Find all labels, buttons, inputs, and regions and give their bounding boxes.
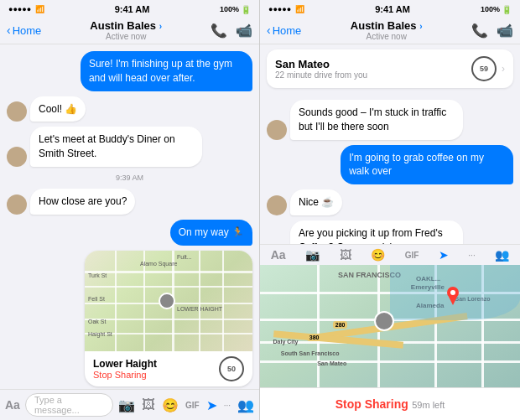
- chevron-left-icon-right: ‹: [267, 23, 271, 37]
- bubble-sent-right: I'm going to grab coffee on my walk over: [341, 145, 513, 185]
- active-status-left: Active now: [41, 32, 211, 41]
- toolbar-left: 📷 🖼 😊 GIF ➤ ··· 👥: [118, 397, 254, 413]
- time-right: 9:41 AM: [375, 4, 410, 14]
- avatar-right: [267, 120, 287, 140]
- time-left-value: 59m left: [412, 400, 445, 410]
- timestamp: 9:39 AM: [7, 174, 252, 182]
- battery-left: 100% 🔋: [220, 5, 251, 14]
- gif-icon-right[interactable]: GIF: [405, 251, 419, 260]
- message-row: I'm going to grab coffee on my walk over: [267, 145, 513, 185]
- bubble-received-right-2: Nice ☕: [290, 189, 342, 215]
- map-preview: Turk St Alamo Square LOWER HAIGHT Fell S…: [85, 251, 252, 351]
- svg-point-2: [450, 290, 455, 295]
- alamo-label: Alamo Square: [140, 261, 177, 267]
- message-row: Sounds good – I'm stuck in traffic but I…: [267, 100, 513, 140]
- aa-button-left[interactable]: Aa: [5, 398, 20, 412]
- status-bar-right: ●●●●● 📶 9:41 AM 100% 🔋: [260, 0, 520, 17]
- battery-right: 100% 🔋: [481, 5, 512, 14]
- stop-sharing-button[interactable]: Stop Sharing: [93, 370, 157, 380]
- fell-label: Fell St: [88, 296, 105, 302]
- camera-icon-left[interactable]: 📷: [118, 397, 135, 413]
- lower-h-label: LOWER HAIGHT: [177, 306, 222, 312]
- destination-pin: [447, 287, 459, 309]
- messages-area-left: Sure! I'm finishing up at the gym and wi…: [0, 44, 259, 389]
- avatar-right-2: [267, 195, 287, 215]
- emoji-icon-right[interactable]: 😊: [371, 248, 385, 262]
- nav-actions-right: 📞 📹: [471, 23, 513, 39]
- san-mateo2-label: San Mateo: [317, 360, 346, 366]
- large-map[interactable]: SAN FRANCISCO OAKL... Emeryville Alameda…: [260, 265, 520, 387]
- location-pin: [159, 293, 175, 309]
- map-message-row: Turk St Alamo Square LOWER HAIGHT Fell S…: [7, 251, 252, 386]
- bubble-received-right: Sounds good – I'm stuck in traffic but I…: [290, 100, 463, 140]
- phone-icon-left[interactable]: 📞: [211, 23, 227, 39]
- message-row: How close are you?: [7, 189, 252, 215]
- message-row: Nice ☕: [267, 189, 513, 215]
- chevron-left-icon: ‹: [7, 23, 11, 37]
- signal-dots-right: ●●●●● 📶: [268, 5, 304, 13]
- bubble-sent: Sure! I'm finishing up at the gym and wi…: [81, 51, 252, 91]
- stop-sharing-button-right[interactable]: Stop Sharing: [335, 397, 408, 411]
- chevron-right-icon-right: ›: [419, 22, 422, 31]
- nav-bar-right: ‹ Home Austin Bales › Active now 📞 📹: [260, 17, 520, 44]
- left-phone: ●●●●● 📶 9:41 AM 100% 🔋 ‹ Home Austin Bal…: [0, 0, 260, 420]
- avatar: [7, 101, 27, 122]
- highway-label-2: 380: [307, 334, 322, 341]
- active-status-right: Active now: [301, 32, 471, 41]
- status-bar-left: ●●●●● 📶 9:41 AM 100% 🔋: [0, 0, 259, 17]
- daly-label: Daly City: [273, 339, 299, 345]
- san-mateo-timer: 59: [471, 56, 497, 81]
- video-icon-left[interactable]: 📹: [236, 23, 252, 39]
- message-row: Let's meet at Buddy's Diner on Smith Str…: [7, 127, 252, 167]
- message-input-left[interactable]: Type a message...: [25, 393, 113, 417]
- bubble-received: Let's meet at Buddy's Diner on Smith Str…: [30, 127, 202, 167]
- people-icon-right[interactable]: 👥: [495, 248, 509, 262]
- bubble-received-right-3: Are you picking it up from Fred's Coffee…: [290, 220, 463, 244]
- contact-name-left[interactable]: Austin Bales ›: [41, 19, 211, 32]
- signal-dots: ●●●●● 📶: [8, 5, 44, 13]
- image-icon-right[interactable]: 🖼: [340, 248, 351, 262]
- avatar: [7, 194, 27, 215]
- more-icon-right[interactable]: ···: [468, 251, 475, 260]
- back-button-left[interactable]: ‹ Home: [7, 23, 41, 37]
- more-icon-left[interactable]: ···: [224, 401, 231, 410]
- send-icon-left[interactable]: ➤: [206, 397, 217, 413]
- san-mateo-subtitle: 22 minute drive from you: [275, 70, 367, 80]
- right-phone: ●●●●● 📶 9:41 AM 100% 🔋 ‹ Home Austin Bal…: [260, 0, 520, 420]
- gif-icon-left[interactable]: GIF: [185, 401, 200, 410]
- chevron-right-icon: ›: [159, 22, 162, 31]
- haight-label: Haight St: [88, 331, 112, 337]
- send-icon-right[interactable]: ➤: [439, 248, 449, 262]
- emoji-icon-left[interactable]: 😊: [162, 397, 179, 413]
- aa-button-right[interactable]: Aa: [271, 248, 286, 262]
- phone-icon-right[interactable]: 📞: [471, 23, 488, 39]
- message-row: On my way 🏃: [7, 220, 252, 246]
- san-mateo-title: San Mateo: [275, 58, 367, 70]
- highway-label: 280: [333, 321, 348, 329]
- messages-area-right: Sounds good – I'm stuck in traffic but I…: [260, 93, 520, 244]
- south-sf-label: South San Francisco: [281, 350, 340, 356]
- map-footer: Lower Haight Stop Sharing 50: [85, 351, 252, 386]
- back-button-right[interactable]: ‹ Home: [267, 23, 301, 37]
- contact-name-right[interactable]: Austin Bales ›: [301, 19, 471, 32]
- location-bubble[interactable]: Turk St Alamo Square LOWER HAIGHT Fell S…: [85, 251, 252, 386]
- fult-label: Fult...: [177, 254, 192, 260]
- message-row: Are you picking it up from Fred's Coffee…: [267, 220, 513, 244]
- image-icon-left[interactable]: 🖼: [142, 397, 155, 412]
- bubble-sent: On my way 🏃: [170, 220, 252, 246]
- stop-sharing-bar[interactable]: Stop Sharing 59m left: [260, 387, 520, 420]
- input-bar-left: Aa Type a message... 📷 🖼 😊 GIF ➤ ··· 👥: [0, 389, 259, 420]
- san-mateo-card[interactable]: San Mateo 22 minute drive from you 59 ›: [267, 49, 513, 88]
- avatar: [7, 147, 27, 167]
- chevron-right-card: ›: [502, 63, 505, 75]
- nav-title-right: Austin Bales › Active now: [301, 19, 471, 41]
- nav-bar-left: ‹ Home Austin Bales › Active now 📞 📹: [0, 17, 259, 44]
- timer-badge: 50: [219, 356, 244, 381]
- camera-icon-right[interactable]: 📷: [305, 248, 320, 262]
- bubble-received: How close are you?: [30, 189, 135, 215]
- video-icon-right[interactable]: 📹: [497, 23, 513, 39]
- people-icon-left[interactable]: 👥: [237, 397, 254, 413]
- bubble-received: Cool! 👍: [30, 96, 86, 122]
- svg-marker-1: [449, 297, 457, 305]
- nav-actions-left: 📞 📹: [211, 23, 252, 39]
